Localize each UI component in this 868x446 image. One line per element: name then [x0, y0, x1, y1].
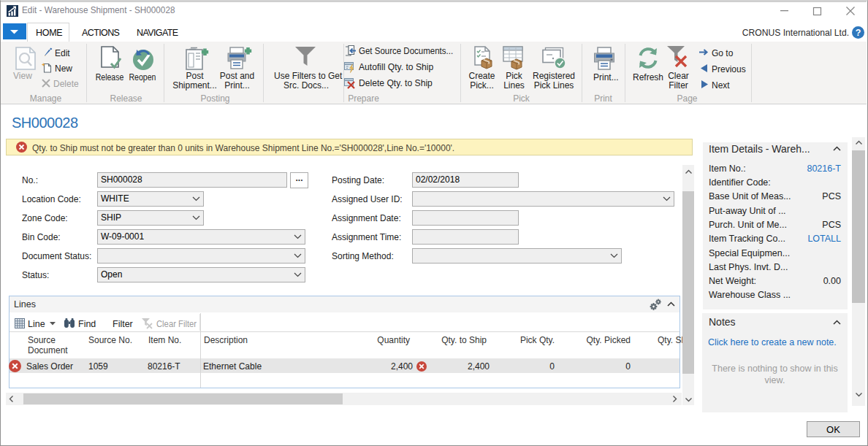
svg-text:?: ?	[856, 28, 861, 38]
